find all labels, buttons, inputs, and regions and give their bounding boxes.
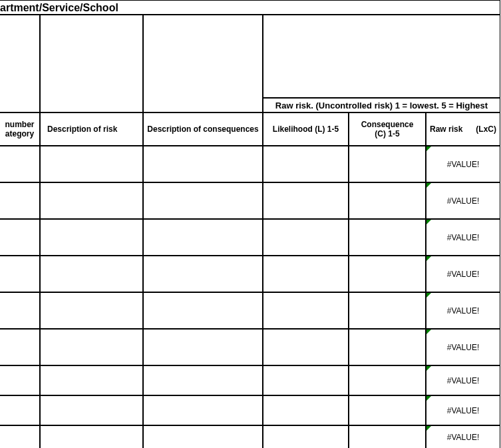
data-cell[interactable] — [143, 182, 263, 219]
data-cell[interactable] — [0, 182, 40, 219]
data-cell[interactable] — [0, 146, 40, 182]
error-indicator-icon — [426, 146, 431, 151]
data-cell[interactable] — [263, 182, 349, 219]
error-indicator-icon — [426, 366, 431, 371]
data-cell[interactable] — [349, 256, 426, 292]
data-cell[interactable] — [143, 219, 263, 256]
error-text: #VALUE! — [447, 270, 479, 279]
header-blank-right — [263, 15, 500, 98]
raw-risk-cell[interactable]: #VALUE! — [426, 256, 500, 292]
data-cell[interactable] — [40, 395, 143, 425]
data-cell[interactable] — [40, 182, 143, 219]
data-cell[interactable] — [40, 365, 143, 395]
data-cell[interactable] — [40, 329, 143, 365]
header-blank-c1 — [40, 15, 143, 112]
data-cell[interactable] — [0, 256, 40, 292]
data-cell[interactable] — [40, 146, 143, 182]
data-cell[interactable] — [0, 395, 40, 425]
risk-spreadsheet: { "title": "artment/Service/School", "gr… — [0, 0, 501, 448]
error-text: #VALUE! — [447, 306, 479, 316]
data-cell[interactable] — [263, 329, 349, 365]
raw-risk-cell[interactable]: #VALUE! — [426, 365, 500, 395]
data-cell[interactable] — [143, 292, 263, 329]
raw-risk-cell[interactable]: #VALUE! — [426, 395, 500, 425]
error-indicator-icon — [426, 183, 431, 188]
error-indicator-icon — [426, 293, 431, 298]
data-cell[interactable] — [40, 219, 143, 256]
error-text: #VALUE! — [447, 343, 479, 352]
error-text: #VALUE! — [447, 406, 479, 415]
data-cell[interactable] — [143, 146, 263, 182]
data-cell[interactable] — [263, 425, 349, 448]
error-text: #VALUE! — [447, 160, 479, 169]
error-indicator-icon — [426, 330, 431, 334]
error-text: #VALUE! — [447, 196, 479, 206]
data-cell[interactable] — [40, 292, 143, 329]
error-indicator-icon — [426, 426, 431, 431]
raw-risk-cell[interactable]: #VALUE! — [426, 182, 500, 219]
data-cell[interactable] — [0, 292, 40, 329]
error-indicator-icon — [426, 256, 431, 261]
sheet-title: artment/Service/School — [0, 0, 500, 15]
data-cell[interactable] — [263, 395, 349, 425]
data-cell[interactable] — [263, 365, 349, 395]
header-blank-c0 — [0, 15, 40, 112]
data-cell[interactable] — [40, 425, 143, 448]
raw-risk-cell[interactable]: #VALUE! — [426, 425, 500, 448]
error-text: #VALUE! — [447, 376, 479, 385]
data-cell[interactable] — [349, 182, 426, 219]
raw-risk-cell[interactable]: #VALUE! — [426, 292, 500, 329]
col-header-raw-risk: Raw risk (LxC) — [426, 112, 500, 146]
data-cell[interactable] — [143, 256, 263, 292]
data-cell[interactable] — [143, 365, 263, 395]
data-cell[interactable] — [263, 219, 349, 256]
data-cell[interactable] — [349, 146, 426, 182]
data-cell[interactable] — [349, 365, 426, 395]
data-cell[interactable] — [349, 425, 426, 448]
raw-risk-cell[interactable]: #VALUE! — [426, 329, 500, 365]
col-header-consequence: Consequence (C) 1-5 — [349, 112, 426, 146]
data-cell[interactable] — [349, 219, 426, 256]
data-cell[interactable] — [349, 329, 426, 365]
raw-risk-group-header: Raw risk. (Uncontrolled risk) 1 = lowest… — [263, 98, 500, 112]
raw-risk-cell[interactable]: #VALUE! — [426, 219, 500, 256]
data-cell[interactable] — [0, 365, 40, 395]
data-cell[interactable] — [0, 425, 40, 448]
error-indicator-icon — [426, 220, 431, 224]
data-cell[interactable] — [143, 329, 263, 365]
data-cell[interactable] — [349, 395, 426, 425]
data-cell[interactable] — [263, 292, 349, 329]
data-cell[interactable] — [143, 425, 263, 448]
error-text: #VALUE! — [447, 233, 479, 242]
raw-risk-cell[interactable]: #VALUE! — [426, 146, 500, 182]
data-cell[interactable] — [263, 256, 349, 292]
col-header-likelihood: Likelihood (L) 1-5 — [263, 112, 349, 146]
col-header-description-consequences: Description of consequences — [143, 112, 263, 146]
data-cell[interactable] — [40, 256, 143, 292]
data-cell[interactable] — [263, 146, 349, 182]
data-cell[interactable] — [349, 292, 426, 329]
error-indicator-icon — [426, 396, 431, 401]
data-cell[interactable] — [143, 395, 263, 425]
data-cell[interactable] — [0, 329, 40, 365]
header-blank-c2 — [143, 15, 263, 112]
data-cell[interactable] — [0, 219, 40, 256]
col-header-category: number ategory — [0, 112, 40, 146]
error-text: #VALUE! — [447, 433, 479, 442]
col-header-description-risk: Description of risk — [40, 112, 143, 146]
